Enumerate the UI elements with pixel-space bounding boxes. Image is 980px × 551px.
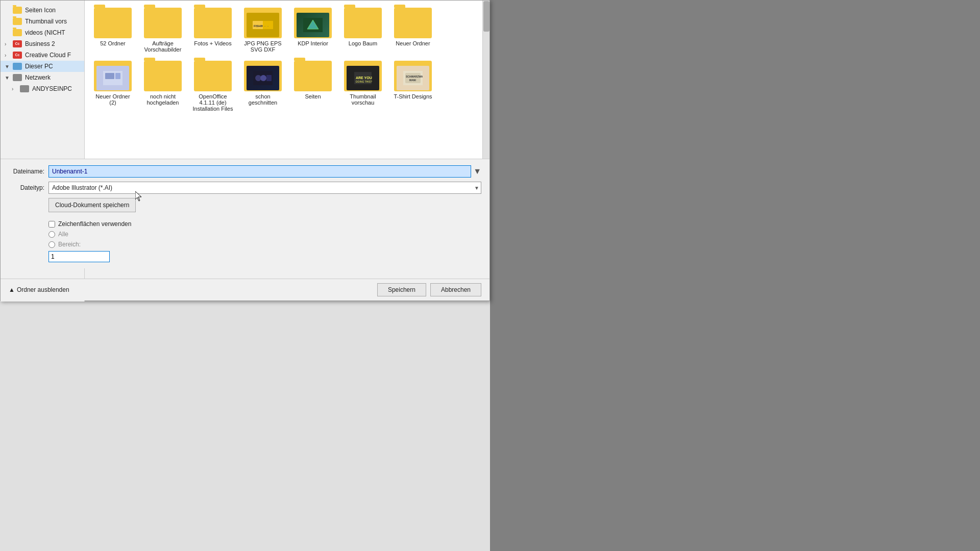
folder-kdp-interior[interactable]: KDP Interior	[290, 6, 336, 55]
cc-icon: Cc	[13, 52, 22, 59]
radio-alle-row: Alle	[48, 231, 481, 238]
radio-bereich-label: Bereich:	[58, 241, 81, 248]
folder-label: Aufträge Vorschaubilder	[142, 40, 184, 53]
folder-jpg-png[interactable]: FISHING ←→ JPG PNG EPS SVG DXF	[240, 6, 286, 55]
radio-bereich-row: Bereich:	[48, 241, 481, 248]
folder-icon-large	[244, 61, 282, 91]
folder-icon	[13, 18, 22, 25]
action-buttons: Speichern Abbrechen	[377, 283, 481, 296]
svg-text:DOING THIS?: DOING THIS?	[356, 80, 372, 83]
sidebar-item-business2[interactable]: › Cc Business 2	[1, 38, 84, 49]
sidebar-label: Creative Cloud F	[25, 52, 71, 59]
options-area: Zeichenflächen verwenden Alle Bereich:	[48, 220, 481, 262]
dateiname-label: Dateiname:	[9, 168, 44, 175]
dateityp-select[interactable]: Adobe Illustrator (*.AI)	[48, 182, 481, 194]
radio-alle-label: Alle	[58, 231, 68, 238]
background-right	[490, 0, 980, 551]
folder-label: noch nicht hochgeladen	[142, 93, 184, 106]
zeichenflaechen-label: Zeichenflächen verwenden	[58, 220, 131, 228]
radio-alle[interactable]	[48, 231, 55, 238]
folder-icon-large	[344, 8, 382, 38]
folder-thumbnail-vorschau[interactable]: ARE YOU DOING THIS? Thumbnail vorschau	[340, 59, 386, 114]
folder-auftraege[interactable]: Aufträge Vorschaubilder	[140, 6, 186, 55]
folder-label: Seiten	[305, 93, 321, 99]
folder-label: Neuer Ordner (2)	[92, 93, 134, 106]
sidebar-item-andyseinpc[interactable]: › ANDYSEINPC	[1, 83, 84, 94]
folder-icon-large: FISHING ←→	[244, 8, 282, 38]
sidebar-item-creative-cloud[interactable]: › Cc Creative Cloud F	[1, 49, 84, 61]
folder-openoffice[interactable]: OpenOffice 4.1.11 (de) Installation File…	[190, 59, 236, 114]
folder-icon-large	[194, 61, 232, 91]
folder-tshirt-designs[interactable]: SCHWARZWALD MANI T-Shirt Designs	[390, 59, 436, 114]
save-button[interactable]: Speichern	[377, 283, 426, 296]
folder-toggle[interactable]: ▲ Ordner ausblenden	[9, 286, 69, 293]
dateiname-input[interactable]	[48, 165, 471, 178]
folder-icon-large	[144, 61, 182, 91]
folder-label: OpenOffice 4.1.11 (de) Installation File…	[192, 93, 234, 112]
folder-label: JPG PNG EPS SVG DXF	[242, 40, 284, 53]
svg-rect-7	[105, 73, 114, 79]
folder-label: Fotos + Videos	[194, 40, 231, 46]
expand-arrow: ›	[5, 53, 10, 58]
cancel-button[interactable]: Abbrechen	[430, 283, 481, 296]
folder-fotos-videos[interactable]: Fotos + Videos	[190, 6, 236, 55]
cloud-btn-wrapper: Cloud-Dokument speichern	[9, 198, 481, 216]
radio-bereich[interactable]	[48, 241, 55, 248]
dateityp-row: Dateityp: Adobe Illustrator (*.AI) ▼	[9, 182, 481, 194]
pc-icon	[13, 63, 22, 70]
cloud-document-button[interactable]: Cloud-Dokument speichern	[48, 198, 136, 212]
folder-icon-large	[94, 8, 132, 38]
dateityp-label: Dateityp:	[9, 184, 44, 191]
chevron-up-icon: ▲	[9, 286, 15, 293]
background-below	[0, 301, 490, 551]
action-bar: ▲ Ordner ausblenden Speichern Abbrechen	[1, 279, 489, 300]
svg-text:←→: ←→	[264, 24, 269, 28]
folder-icon-large	[294, 61, 332, 91]
folder-seiten[interactable]: Seiten	[290, 59, 336, 114]
folder-noch-nicht[interactable]: noch nicht hochgeladen	[140, 59, 186, 114]
folder-52ordner[interactable]: 52 Ordner	[90, 6, 136, 55]
scrollbar-thumb[interactable]	[483, 1, 489, 32]
zeichenflaechen-checkbox[interactable]	[48, 221, 55, 228]
folder-label: KDP Interior	[298, 40, 328, 46]
folder-view[interactable]: 52 Ordner Aufträge Vorschaubilder Fotos …	[85, 1, 489, 159]
network-icon	[20, 85, 29, 92]
folder-label: Neuer Ordner	[396, 40, 430, 46]
folder-label: Thumbnail vorschau	[342, 93, 384, 106]
save-dialog: Seiten Icon Thumbnail vors videos (NICHT…	[0, 0, 490, 301]
dropdown-arrow[interactable]: ▼	[473, 167, 481, 176]
sidebar-label: Business 2	[25, 40, 55, 47]
folder-icon-large	[94, 61, 132, 91]
scrollbar[interactable]	[482, 1, 489, 159]
sidebar-label: ANDYSEINPC	[32, 85, 72, 92]
sidebar-label: Dieser PC	[25, 63, 53, 70]
svg-text:SCHWARZWALD: SCHWARZWALD	[406, 75, 423, 78]
folder-icon-large: ARE YOU DOING THIS?	[344, 61, 382, 91]
folder-label: Logo Baum	[349, 40, 377, 46]
form-area: Dateiname: ▼ Dateityp: Adobe Illustrator…	[1, 159, 489, 268]
sidebar-item-netzwerk[interactable]: ▼ Netzwerk	[1, 72, 84, 83]
sidebar-item-videos[interactable]: videos (NICHT	[1, 27, 84, 38]
sidebar-label: videos (NICHT	[25, 29, 65, 36]
network-icon	[13, 74, 22, 81]
folder-logo-baum[interactable]: Logo Baum	[340, 6, 386, 55]
expand-arrow: ›	[5, 41, 10, 47]
sidebar-label: Thumbnail vors	[25, 18, 67, 25]
folder-neuer-ordner-2[interactable]: Neuer Ordner (2)	[90, 59, 136, 114]
folder-icon-large: SCHWARZWALD MANI	[394, 61, 432, 91]
folder-neuer-ordner[interactable]: Neuer Ordner	[390, 6, 436, 55]
range-input-wrapper	[48, 251, 481, 262]
sidebar-item-dieser-pc[interactable]: ▼ Dieser PC	[1, 61, 84, 72]
folder-schon-geschnitten[interactable]: schon geschnitten	[240, 59, 286, 114]
folder-label: 52 Ordner	[100, 40, 126, 46]
svg-point-11	[260, 75, 266, 81]
sidebar-item-thumbnail-vors[interactable]: Thumbnail vors	[1, 16, 84, 27]
expand-arrow: ›	[12, 86, 17, 92]
folder-toggle-label: Ordner ausblenden	[17, 286, 69, 293]
svg-rect-8	[115, 73, 120, 79]
sidebar-item-seiten-icon[interactable]: Seiten Icon	[1, 5, 84, 16]
range-input[interactable]	[48, 251, 110, 262]
svg-text:MANI: MANI	[409, 79, 416, 82]
checkbox-row: Zeichenflächen verwenden	[48, 220, 481, 228]
folder-label: schon geschnitten	[242, 93, 284, 106]
